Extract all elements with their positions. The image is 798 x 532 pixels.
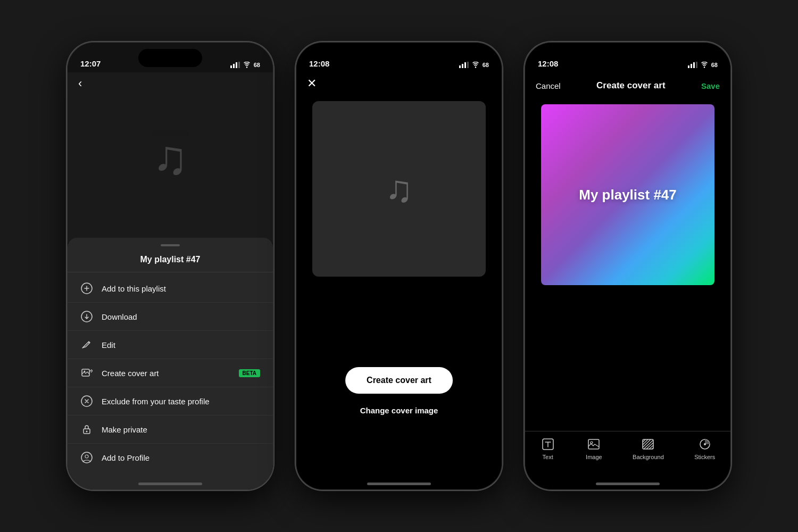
gradient-playlist-title: My playlist #47	[579, 187, 677, 203]
svg-rect-14	[459, 65, 461, 68]
phone-1: 12:07 68 ♫ ‹ My playlist #47 My playlist…	[66, 41, 274, 491]
phone-3: 12:08 68 Cancel Create cover art Save My…	[524, 41, 732, 491]
svg-point-18	[475, 66, 476, 68]
svg-point-4	[246, 66, 247, 68]
toolbar-label-text: Text	[543, 454, 553, 460]
dynamic-island-3	[596, 49, 660, 67]
toolbar-label-background: Background	[633, 454, 664, 460]
stickers-tool-icon	[697, 437, 712, 452]
svg-rect-21	[693, 62, 695, 68]
signal-icon	[230, 62, 240, 68]
pencil-icon	[80, 338, 93, 351]
svg-line-29	[643, 439, 648, 445]
dynamic-island-1	[138, 49, 202, 67]
svg-point-26	[591, 442, 593, 444]
album-art-area: ♫	[68, 72, 273, 243]
menu-item-private[interactable]: Make private	[68, 415, 273, 444]
menu-label-edit: Edit	[102, 340, 260, 350]
gradient-cover-canvas[interactable]: My playlist #47	[541, 104, 714, 285]
lock-icon	[80, 423, 93, 436]
toolbar-item-image[interactable]: Image	[586, 437, 602, 460]
menu-item-create-cover[interactable]: Create cover art BETA	[68, 359, 273, 387]
sheet-title: My playlist #47	[68, 255, 273, 272]
svg-rect-15	[462, 64, 463, 68]
svg-point-13	[85, 455, 88, 458]
toolbar-label-stickers: Stickers	[694, 454, 715, 460]
toolbar-item-text[interactable]: Text	[541, 437, 555, 460]
home-indicator-3	[596, 483, 660, 485]
cover-art-toolbar: Text Image	[525, 431, 730, 473]
menu-item-download[interactable]: Download	[68, 303, 273, 331]
back-button[interactable]: ‹	[78, 77, 82, 90]
download-icon	[80, 310, 93, 323]
text-tool-icon	[541, 437, 555, 452]
toolbar-item-background[interactable]: Background	[633, 437, 664, 460]
home-indicator-1	[138, 483, 202, 485]
battery-icon-3: 68	[711, 62, 718, 68]
cover-art-header: Cancel Create cover art Save	[525, 72, 730, 99]
status-time-2: 12:08	[309, 59, 329, 68]
svg-rect-19	[688, 65, 689, 68]
bottom-sheet: My playlist #47 Add to this playlist Dow…	[68, 238, 273, 489]
status-icons-3: 68	[688, 62, 718, 68]
svg-rect-25	[588, 439, 599, 449]
menu-label-private: Make private	[102, 425, 260, 434]
svg-point-23	[704, 66, 705, 68]
toolbar-item-stickers[interactable]: Stickers	[694, 437, 715, 460]
dynamic-island-2	[367, 49, 431, 67]
status-icons-2: 68	[459, 62, 489, 68]
status-time-1: 12:07	[80, 59, 101, 68]
x-circle-icon	[80, 395, 93, 408]
wifi-icon-2	[471, 62, 480, 68]
user-circle-icon	[80, 451, 93, 464]
music-note-large: ♫	[152, 130, 188, 185]
signal-icon-3	[688, 62, 697, 68]
svg-rect-1	[233, 64, 235, 68]
menu-label-exclude: Exclude from your taste profile	[102, 397, 260, 406]
image-tool-icon	[586, 437, 601, 452]
close-button[interactable]: ✕	[307, 77, 317, 90]
menu-item-add-profile[interactable]: Add to Profile	[68, 444, 273, 471]
plus-circle-icon	[80, 282, 93, 295]
create-cover-art-title: Create cover art	[596, 80, 665, 91]
menu-label-create-cover: Create cover art	[102, 369, 230, 378]
create-cover-art-button[interactable]: Create cover art	[345, 367, 453, 394]
svg-rect-16	[464, 62, 466, 68]
phone-2: 12:08 68 ✕ ♫ Create cover art Change cov…	[295, 41, 503, 491]
battery-icon-1: 68	[254, 62, 260, 68]
status-icons-1: 68	[230, 62, 260, 68]
menu-item-exclude[interactable]: Exclude from your taste profile	[68, 387, 273, 415]
menu-label-add-profile: Add to Profile	[102, 453, 260, 462]
svg-rect-17	[467, 62, 469, 68]
wifi-icon-3	[700, 62, 709, 68]
save-button[interactable]: Save	[701, 81, 720, 90]
menu-item-edit[interactable]: Edit	[68, 331, 273, 359]
svg-rect-2	[236, 62, 237, 68]
svg-point-36	[704, 443, 706, 445]
menu-label-download: Download	[102, 312, 260, 321]
change-cover-image-link[interactable]: Change cover image	[360, 406, 438, 415]
svg-rect-22	[696, 62, 697, 68]
music-note-medium: ♫	[385, 168, 413, 210]
sheet-handle	[161, 244, 180, 246]
home-indicator-2	[367, 483, 431, 485]
svg-rect-0	[230, 65, 232, 68]
menu-label-add: Add to this playlist	[102, 284, 260, 293]
status-time-3: 12:08	[538, 59, 558, 68]
cover-preview-empty: ♫	[312, 101, 486, 277]
svg-point-11	[86, 431, 88, 433]
background-tool-icon	[641, 437, 655, 452]
svg-point-8	[84, 371, 86, 372]
cancel-button[interactable]: Cancel	[536, 81, 561, 90]
svg-rect-3	[238, 62, 240, 68]
image-edit-icon	[80, 367, 93, 379]
toolbar-label-image: Image	[586, 454, 602, 460]
battery-icon-2: 68	[483, 62, 489, 68]
signal-icon-2	[459, 62, 469, 68]
svg-rect-20	[691, 64, 692, 68]
menu-item-add[interactable]: Add to this playlist	[68, 275, 273, 303]
wifi-icon-1	[243, 62, 251, 68]
beta-badge: BETA	[239, 369, 260, 377]
